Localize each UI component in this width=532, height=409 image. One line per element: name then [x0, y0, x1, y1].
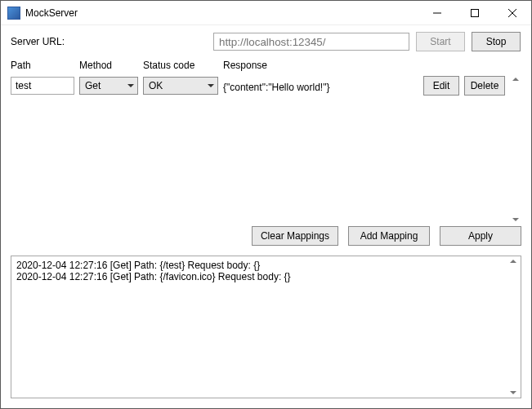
- server-url-input[interactable]: [213, 33, 409, 51]
- chevron-down-icon: [208, 84, 214, 87]
- response-value: {"content":"Hello world!"}: [223, 79, 418, 93]
- scroll-down-icon: [510, 391, 516, 394]
- status-select[interactable]: OK: [143, 77, 218, 95]
- app-icon: [7, 7, 20, 20]
- scroll-up-icon: [510, 260, 516, 263]
- start-button[interactable]: Start: [416, 32, 465, 51]
- maximize-button[interactable]: [456, 1, 494, 25]
- method-value: Get: [85, 80, 101, 91]
- path-input[interactable]: [11, 77, 74, 95]
- apply-button[interactable]: Apply: [440, 226, 521, 246]
- method-select[interactable]: Get: [79, 77, 138, 95]
- delete-button[interactable]: Delete: [464, 76, 505, 96]
- add-mapping-button[interactable]: Add Mapping: [348, 226, 430, 246]
- edit-button[interactable]: Edit: [423, 76, 459, 96]
- server-url-label: Server URL:: [11, 36, 207, 47]
- chevron-down-icon: [127, 84, 134, 87]
- col-path: Path: [11, 60, 74, 71]
- col-response: Response: [223, 60, 397, 71]
- clear-mappings-button[interactable]: Clear Mappings: [252, 226, 338, 246]
- scroll-up-icon: [512, 78, 519, 81]
- stop-button[interactable]: Stop: [472, 32, 521, 51]
- scroll-down-icon: [512, 218, 519, 221]
- close-button[interactable]: [494, 1, 531, 25]
- col-status: Status code: [143, 60, 218, 71]
- window-title: MockServer: [25, 7, 78, 19]
- mapping-row: Get OK {"content":"Hello world!"} Edit D…: [11, 76, 521, 96]
- minimize-button[interactable]: [418, 1, 456, 25]
- svg-rect-1: [472, 9, 479, 16]
- log-area[interactable]: 2020-12-04 12:27:16 [Get] Path: {/test} …: [11, 256, 521, 398]
- log-text: 2020-12-04 12:27:16 [Get] Path: {/test} …: [16, 260, 291, 282]
- log-scrollbar[interactable]: [507, 258, 519, 396]
- mappings-scrollbar[interactable]: [510, 76, 521, 223]
- col-method: Method: [79, 60, 138, 71]
- status-value: OK: [149, 80, 163, 91]
